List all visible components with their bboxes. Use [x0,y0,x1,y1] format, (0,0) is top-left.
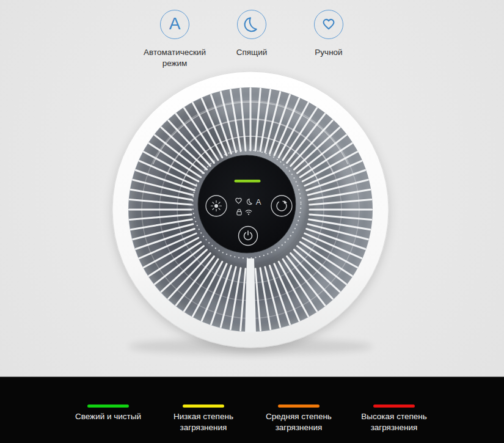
air-quality-indicator-light [235,180,261,183]
air-quality-legend: Свежий и чистый Низкая степень загрязнен… [0,376,504,443]
control-panel [198,155,296,253]
legend-line-red [373,405,415,408]
legend-item-high: Высокая степень загрязнения [345,377,443,433]
legend-line-yellow [183,405,224,408]
grille-column [245,258,256,332]
auto-a-glyph: A [256,197,261,207]
legend-line-green [87,405,129,408]
auto-mode-icon: A [160,10,189,39]
legend-label-low: Низкая степень загрязнения [173,411,233,433]
mode-item-manual[interactable]: Ручной [274,10,384,58]
manual-heart-icon [314,10,343,39]
moon-icon [243,16,260,33]
legend-label-clean: Свежий и чистый [75,411,141,422]
screen: A Автоматический режим Спящий [0,0,504,443]
brightness-sun-icon [211,201,222,211]
air-purifier-image: A [98,57,403,368]
legend-label-high: Высокая степень загрязнения [361,411,427,433]
legend-item-low: Низкая степень загрязнения [155,377,252,433]
legend-item-medium: Средняя степень загрязнения [250,377,348,433]
legend-label-medium: Средняя степень загрязнения [266,411,332,433]
legend-line-orange [278,405,320,408]
auto-a-glyph: A [169,15,181,32]
sleep-moon-icon [237,10,266,39]
legend-item-clean: Свежий и чистый [59,377,157,422]
heart-icon [320,16,337,33]
